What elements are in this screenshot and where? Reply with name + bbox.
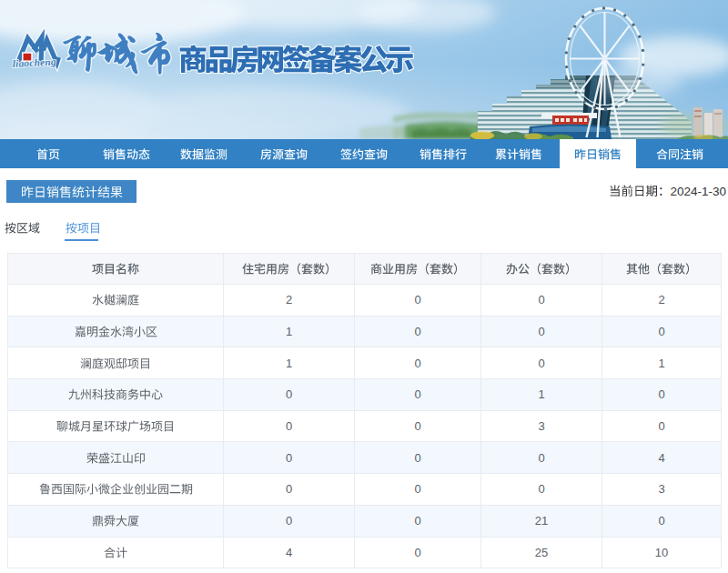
svg-text:liaocheng: liaocheng bbox=[12, 55, 56, 69]
